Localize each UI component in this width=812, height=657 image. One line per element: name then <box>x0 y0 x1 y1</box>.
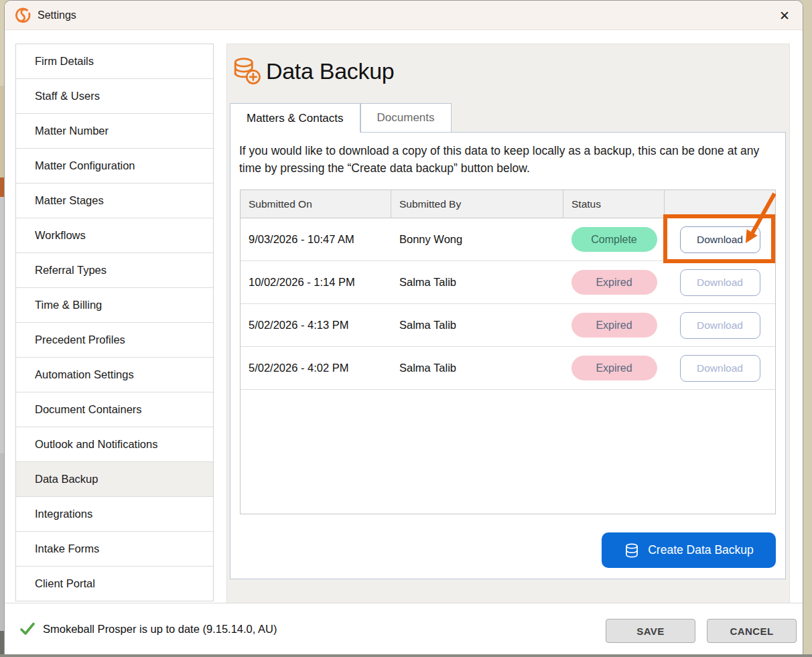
tab-documents[interactable]: Documents <box>360 103 452 132</box>
cell-actions: Download <box>665 269 775 296</box>
sidebar-item-label: Integrations <box>35 508 92 520</box>
database-add-icon <box>232 56 262 86</box>
sidebar-item-automation-settings[interactable]: Automation Settings <box>16 358 213 392</box>
desktop-backdrop-bottom <box>0 654 812 657</box>
sidebar-item-staff-users[interactable]: Staff & Users <box>16 79 213 114</box>
sidebar-list: Firm DetailsStaff & UsersMatter NumberMa… <box>16 44 213 601</box>
backup-description: If you would like to download a copy of … <box>239 142 763 177</box>
save-button[interactable]: SAVE <box>606 619 695 643</box>
cell-submitted-by: Salma Talib <box>391 276 563 289</box>
table-row: 5/02/2026 - 4:13 PMSalma TalibExpiredDow… <box>241 304 775 347</box>
status-badge: Expired <box>571 270 657 295</box>
col-header-submitted-by: Submitted By <box>391 190 563 218</box>
sidebar-item-label: Workflows <box>35 229 86 242</box>
cell-status: Expired <box>563 356 665 380</box>
cell-submitted-on: 5/02/2026 - 4:13 PM <box>241 319 391 332</box>
close-button[interactable]: ✕ <box>773 5 796 26</box>
sidebar-item-label: Matter Configuration <box>35 159 135 172</box>
sidebar-item-precedent-profiles[interactable]: Precedent Profiles <box>16 323 213 358</box>
col-header-status: Status <box>563 190 665 218</box>
tab-bar: Matters & Contacts Documents <box>230 103 452 133</box>
sidebar-item-label: Matter Number <box>35 125 109 137</box>
main-content: Data Backup Matters & Contacts Documents… <box>226 44 790 603</box>
database-icon <box>624 542 640 559</box>
tab-label: Documents <box>377 111 435 125</box>
sidebar-item-label: Precedent Profiles <box>35 334 125 346</box>
download-button[interactable]: Download <box>680 312 760 339</box>
sidebar-item-label: Matter Stages <box>35 194 104 207</box>
sidebar-item-label: Time & Billing <box>35 299 102 311</box>
sidebar-item-outlook-and-notifications[interactable]: Outlook and Notifications <box>16 427 213 462</box>
tab-matters-contacts[interactable]: Matters & Contacts <box>230 103 360 133</box>
sidebar-item-referral-types[interactable]: Referral Types <box>16 253 213 288</box>
sidebar-item-matter-stages[interactable]: Matter Stages <box>16 184 213 218</box>
sidebar-item-data-backup[interactable]: Data Backup <box>16 462 213 497</box>
backup-table: Submitted On Submitted By Status 9/03/20… <box>240 190 776 514</box>
cell-submitted-by: Bonny Wong <box>391 233 563 246</box>
col-header-actions <box>665 190 775 218</box>
sidebar-item-matter-configuration[interactable]: Matter Configuration <box>16 149 213 184</box>
sidebar-item-integrations[interactable]: Integrations <box>16 497 213 532</box>
sidebar-item-intake-forms[interactable]: Intake Forms <box>16 532 213 567</box>
cell-submitted-on: 5/02/2026 - 4:02 PM <box>241 362 391 374</box>
cell-actions: Download <box>665 355 775 382</box>
cell-actions: Download <box>665 226 775 253</box>
table-body: 9/03/2026 - 10:47 AMBonny WongCompleteDo… <box>241 218 775 390</box>
sidebar-item-label: Intake Forms <box>35 542 99 555</box>
tab-label: Matters & Contacts <box>247 112 344 125</box>
settings-window: Settings ✕ Firm DetailsStaff & UsersMatt… <box>4 0 803 654</box>
cancel-button[interactable]: CANCEL <box>707 619 797 643</box>
sidebar-item-label: Data Backup <box>35 473 98 486</box>
cell-submitted-on: 10/02/2026 - 1:14 PM <box>241 276 391 289</box>
cell-submitted-by: Salma Talib <box>391 362 563 374</box>
status-badge: Expired <box>571 313 657 338</box>
window-title: Settings <box>38 9 76 21</box>
sidebar-item-time-billing[interactable]: Time & Billing <box>16 288 213 323</box>
sidebar-item-matter-number[interactable]: Matter Number <box>16 114 213 149</box>
update-status: Smokeball Prosper is up to date (9.15.14… <box>19 621 277 637</box>
sidebar-item-label: Staff & Users <box>35 90 100 102</box>
sidebar-item-label: Firm Details <box>35 55 94 68</box>
settings-sidebar: Firm DetailsStaff & UsersMatter NumberMa… <box>15 44 214 601</box>
download-button[interactable]: Download <box>680 355 760 382</box>
download-button[interactable]: Download <box>680 226 760 253</box>
sidebar-item-document-containers[interactable]: Document Containers <box>16 392 213 427</box>
cell-submitted-by: Salma Talib <box>391 319 563 332</box>
page-heading-row: Data Backup <box>232 56 394 86</box>
sidebar-item-workflows[interactable]: Workflows <box>16 218 213 253</box>
status-badge: Expired <box>571 356 657 380</box>
tab-panel: If you would like to download a copy of … <box>230 132 786 579</box>
table-row: 10/02/2026 - 1:14 PMSalma TalibExpiredDo… <box>241 261 775 304</box>
cell-actions: Download <box>665 312 775 339</box>
table-header-row: Submitted On Submitted By Status <box>241 190 775 218</box>
status-badge: Complete <box>571 227 657 252</box>
page-title: Data Backup <box>266 58 394 84</box>
cell-status: Expired <box>563 313 665 338</box>
create-data-backup-label: Create Data Backup <box>648 543 754 557</box>
green-check-icon <box>19 621 36 637</box>
sidebar-item-firm-details[interactable]: Firm Details <box>16 44 213 79</box>
cell-status: Expired <box>563 270 665 295</box>
sidebar-item-label: Document Containers <box>35 403 142 416</box>
footer-bar: Smokeball Prosper is up to date (9.15.14… <box>5 603 803 654</box>
create-data-backup-button[interactable]: Create Data Backup <box>602 532 776 568</box>
titlebar: Settings ✕ <box>5 1 803 30</box>
sidebar-item-label: Outlook and Notifications <box>35 438 157 451</box>
download-button[interactable]: Download <box>680 269 760 296</box>
cell-status: Complete <box>563 227 665 252</box>
table-row: 5/02/2026 - 4:02 PMSalma TalibExpiredDow… <box>241 347 775 390</box>
sidebar-item-client-portal[interactable]: Client Portal <box>16 567 213 601</box>
col-header-submitted-on: Submitted On <box>241 190 391 218</box>
table-row: 9/03/2026 - 10:47 AMBonny WongCompleteDo… <box>241 218 775 261</box>
sidebar-item-label: Client Portal <box>35 577 95 590</box>
update-status-text: Smokeball Prosper is up to date (9.15.14… <box>43 623 277 636</box>
smokeball-logo-icon <box>14 7 31 24</box>
cell-submitted-on: 9/03/2026 - 10:47 AM <box>241 233 391 246</box>
sidebar-item-label: Automation Settings <box>35 368 134 381</box>
sidebar-item-label: Referral Types <box>35 264 107 277</box>
